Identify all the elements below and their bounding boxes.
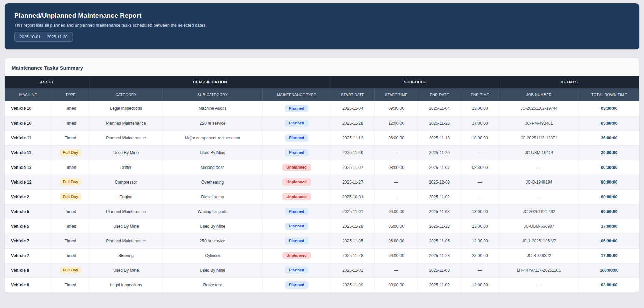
cell-start-time: 12:00:00 [374,116,418,131]
cell-start-time: 09:30:00 [374,101,418,116]
cell-job-number: JC-1-20251105-V7 [499,233,579,248]
cell-start-time: 09:00:00 [374,278,418,292]
cell-end-date: 2025-11-07 [418,160,461,175]
cell-maintenance-type: Planned [262,145,331,160]
planned-badge: Planned [285,237,308,245]
full-day-badge: Full Day [60,178,81,186]
cell-start-date: 2025-10-31 [331,189,374,204]
cell-sub-category: Cylinder [163,248,262,263]
column-header-total-down-time: TOTAL DOWN TIME [579,88,639,101]
cell-type: Timed [52,160,89,175]
cell-machine: Vehicle 11 [5,131,52,145]
table-row: Vehicle 10TimedLegal InspectionsMachine … [5,101,639,116]
cell-end-date: 2025-11-04 [418,101,461,116]
cell-machine: Vehicle 11 [5,145,52,160]
group-header-schedule: SCHEDULE [331,76,499,88]
cell-start-date: 2025-11-12 [331,131,374,145]
cell-end-time: 17:00:00 [461,116,499,131]
column-header-start-time: START TIME [374,88,418,101]
cell-job-number: JC-UBM-666987 [499,219,579,233]
cell-end-time: 12:30:00 [461,233,499,248]
cell-end-date: 2025-11-02 [418,189,461,204]
column-header-category: CATEGORY [89,88,163,101]
cell-sub-category: Used By Mine [163,219,262,233]
cell-maintenance-type: Planned [262,131,331,145]
planned-badge: Planned [285,149,308,157]
cell-machine: Vehicle 5 [5,204,52,219]
cell-type: Full Day [52,145,89,160]
section-title: Maintenance Tasks Summary [5,58,639,76]
cell-start-time: 06:00:00 [374,233,418,248]
table-row: Vehicle 11TimedPlanned MaintenanceMajor … [5,131,639,145]
cell-total-down-time: 05:00:00 [579,116,639,131]
unplanned-badge: Unplanned [282,164,311,171]
full-day-badge: Full Day [60,267,81,274]
cell-start-date: 2025-11-27 [331,175,374,189]
cell-maintenance-type: Planned [262,116,331,131]
cell-type: Full Day [52,175,89,189]
cell-type: Timed [52,101,89,116]
planned-badge: Planned [285,281,308,289]
cell-start-time: 06:00:00 [374,248,418,263]
cell-end-date: 2025-11-09 [418,278,461,292]
cell-end-time: — [461,189,499,204]
cell-total-down-time: 160:00:00 [579,263,639,278]
date-range-chip[interactable]: 2025-10-01 — 2025-11-30 [14,32,73,42]
cell-end-time: 12:00:00 [461,278,499,292]
cell-end-time: 18:00:00 [461,131,499,145]
report-header-card: Planned/Unplanned Maintenance Report Thi… [5,3,639,49]
cell-machine: Vehicle 7 [5,248,52,263]
cell-maintenance-type: Planned [262,204,331,219]
cell-job-number: JC-20251101-462 [499,204,579,219]
cell-type: Timed [52,204,89,219]
cell-category: Legal Inspections [89,101,163,116]
column-header-sub-category: SUB CATEGORY [163,88,262,101]
cell-sub-category: Diesel pump [163,189,262,204]
table-row: Vehicle 8Full DayUsed By MineUsed By Min… [5,263,639,278]
cell-type: Full Day [52,263,89,278]
cell-machine: Vehicle 10 [5,101,52,116]
cell-sub-category: Missing bolts [163,160,262,175]
cell-type: Timed [52,278,89,292]
cell-sub-category: Used By Mine [163,263,262,278]
table-row: Vehicle 8TimedLegal InspectionsBrake tes… [5,278,639,292]
cell-total-down-time: 20:00:00 [579,145,639,160]
cell-total-down-time: 60:00:00 [579,189,639,204]
cell-start-date: 2025-11-29 [331,145,374,160]
cell-maintenance-type: Planned [262,263,331,278]
cell-category: Planned Maintenance [89,233,163,248]
cell-type: Timed [52,131,89,145]
group-header-classification: CLASSIFICATION [89,76,331,88]
cell-sub-category: 250 hr service [163,233,262,248]
column-header-maintenance-type: MAINTENANCE TYPE [262,88,331,101]
cell-end-date: 2025-11-08 [418,263,461,278]
cell-machine: Vehicle 10 [5,116,52,131]
cell-sub-category: Major component replacement [163,131,262,145]
cell-job-number: BT-44797117-20251101 [499,263,579,278]
cell-maintenance-type: Planned [262,233,331,248]
unplanned-badge: Unplanned [282,178,311,186]
cell-start-time: 06:00:00 [374,204,418,219]
table-row: Vehicle 5TimedUsed By MineUsed By MinePl… [5,219,639,233]
table-row: Vehicle 7TimedPlanned Maintenance250 hr … [5,233,639,248]
table-row: Vehicle 2Full DayEngineDiesel pumpUnplan… [5,189,639,204]
cell-category: Legal Inspections [89,278,163,292]
column-header-end-time: END TIME [461,88,499,101]
table-row: Vehicle 5TimedPlanned MaintenanceWaiting… [5,204,639,219]
cell-machine: Vehicle 5 [5,219,52,233]
cell-total-down-time: 17:00:00 [579,219,639,233]
cell-machine: Vehicle 8 [5,278,52,292]
cell-start-date: 2025-11-01 [331,263,374,278]
cell-end-time: 08:30:00 [461,160,499,175]
cell-job-number: JC-PM-498461 [499,116,579,131]
cell-end-time: — [461,175,499,189]
cell-maintenance-type: Unplanned [262,175,331,189]
cell-total-down-time: 80:00:00 [579,175,639,189]
planned-badge: Planned [285,223,308,230]
cell-type: Timed [52,248,89,263]
planned-badge: Planned [285,267,308,274]
maintenance-summary-card: Maintenance Tasks Summary ASSETCLASSIFIC… [5,58,639,293]
cell-start-time: — [374,175,418,189]
table-row: Vehicle 10TimedPlanned Maintenance250 hr… [5,116,639,131]
cell-end-time: 18:00:00 [461,204,499,219]
